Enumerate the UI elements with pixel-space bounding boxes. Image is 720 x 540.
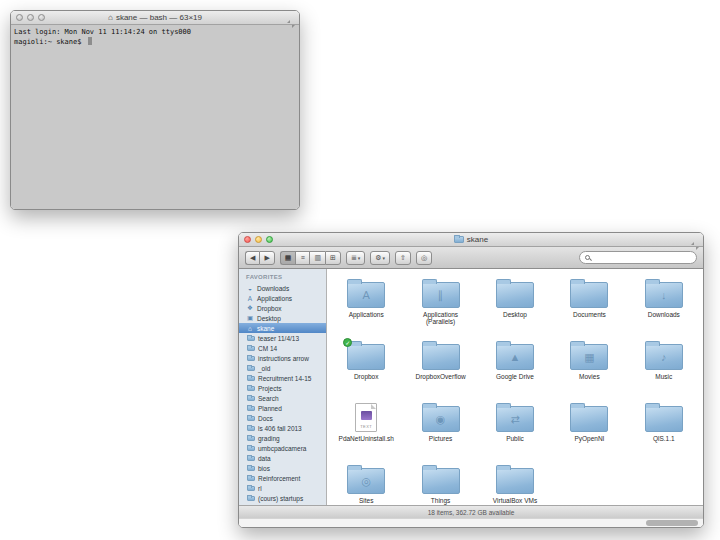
sidebar-item-umbcpadcamera[interactable]: umbcpadcamera	[239, 443, 326, 453]
sidebar-item-downloads[interactable]: ◒Downloads	[239, 283, 326, 293]
view-switcher: ▦ ≡ ▥ ⊞	[280, 251, 341, 265]
forward-button[interactable]: ▶	[259, 251, 274, 265]
folder-sites[interactable]: ◎Sites	[329, 463, 403, 505]
action-button[interactable]: ⚙ ▾	[370, 251, 390, 265]
folder-icon	[645, 406, 683, 432]
folder-icon	[247, 386, 255, 391]
close-button[interactable]	[244, 236, 251, 243]
sidebar-item-bios[interactable]: bios	[239, 463, 326, 473]
doc-type-label: TEXT	[360, 424, 372, 429]
terminal-titlebar[interactable]: ⌂ skane — bash — 63×19	[11, 11, 299, 25]
sidebar-item-reinforcement[interactable]: Reinforcement	[239, 473, 326, 483]
applications-icon: A	[246, 295, 254, 302]
folder-icon	[454, 236, 464, 243]
folder-icon	[247, 376, 255, 381]
folder-applications[interactable]: AApplications	[329, 277, 403, 339]
arrange-button[interactable]: ≣ ▾	[346, 251, 365, 265]
folder-emblem-icon: ◉	[423, 407, 459, 431]
sidebar-item-skane[interactable]: ⌂skane	[239, 323, 326, 333]
minimize-button[interactable]	[255, 236, 262, 243]
sidebar-item-applications[interactable]: AApplications	[239, 293, 326, 303]
chevron-down-icon: ▾	[358, 252, 361, 264]
sidebar-item-data[interactable]: data	[239, 453, 326, 463]
sidebar-item-label: Docs	[258, 415, 273, 422]
sidebar-item-dropbox[interactable]: ❖Dropbox	[239, 303, 326, 313]
folder-virtualbox-vms[interactable]: VirtualBox VMs	[478, 463, 552, 505]
folder-pictures[interactable]: ◉Pictures	[403, 401, 477, 463]
sidebar-item-label: data	[258, 455, 271, 462]
file-label: VirtualBox VMs	[493, 497, 537, 504]
minimize-button[interactable]	[27, 14, 34, 21]
sidebar-item-instructions-arrow[interactable]: instructions arrow	[239, 353, 326, 363]
folder-google-drive[interactable]: ▲Google Drive	[478, 339, 552, 401]
folder-dropboxoverflow[interactable]: DropboxOverflow	[403, 339, 477, 401]
sidebar-item-grading[interactable]: grading	[239, 433, 326, 443]
fullscreen-icon[interactable]	[287, 14, 295, 32]
back-button[interactable]: ◀	[245, 251, 259, 265]
sidebar-item-search[interactable]: Search	[239, 393, 326, 403]
sidebar-item-projects[interactable]: Projects	[239, 383, 326, 393]
sidebar-item-label: Recruitment 14-15	[258, 375, 311, 382]
folder-music[interactable]: ♪Music	[627, 339, 701, 401]
folder-icon	[247, 496, 255, 501]
folder-qls-1-1[interactable]: QlS.1.1	[627, 401, 701, 463]
finder-titlebar[interactable]: skane	[239, 233, 703, 247]
sidebar-item-old[interactable]: _old	[239, 363, 326, 373]
view-list-button[interactable]: ≡	[295, 251, 309, 265]
view-icons-button[interactable]: ▦	[280, 251, 296, 265]
sidebar-item-recruitment-14-15[interactable]: Recruitment 14-15	[239, 373, 326, 383]
close-button[interactable]	[16, 14, 23, 21]
folder-downloads[interactable]: ↓Downloads	[627, 277, 701, 339]
file-browser[interactable]: AApplications∥Applications (Parallels)De…	[327, 269, 703, 505]
file-pdanetuninstall-sh[interactable]: TEXTPdaNetUninstall.sh	[329, 401, 403, 463]
home-icon: ⌂	[108, 13, 113, 22]
terminal-title: ⌂ skane — bash — 63×19	[11, 11, 299, 24]
zoom-button[interactable]	[38, 14, 45, 21]
zoom-button[interactable]	[266, 236, 273, 243]
chevron-down-icon: ▾	[383, 252, 386, 264]
sidebar-item-docs[interactable]: Docs	[239, 413, 326, 423]
terminal-window: ⌂ skane — bash — 63×19 Last login: Mon N…	[10, 10, 300, 210]
folder-icon	[247, 356, 255, 361]
sidebar-item-cm-14[interactable]: CM 14	[239, 343, 326, 353]
folder-icon	[247, 336, 255, 341]
quicklook-button[interactable]: ◎	[416, 251, 432, 265]
file-label: Applications	[349, 311, 384, 318]
sidebar-item-cours-startups[interactable]: (cours) startups	[239, 493, 326, 503]
finder-title: skane	[239, 233, 703, 246]
sidebar-item-label: rl	[258, 485, 262, 492]
file-label: Sites	[359, 497, 373, 504]
sidebar-item-ls-406-fall-2013[interactable]: ls 406 fall 2013	[239, 423, 326, 433]
scrollbar-thumb[interactable]	[646, 520, 698, 526]
folder-pyopenni[interactable]: PyOpenNI	[552, 401, 626, 463]
sidebar-item-label: bios	[258, 465, 270, 472]
sidebar-item-rl[interactable]: rl	[239, 483, 326, 493]
share-button[interactable]: ⇧	[395, 251, 411, 265]
terminal-body[interactable]: Last login: Mon Nov 11 11:14:24 on ttys0…	[11, 25, 299, 209]
folder-dropbox[interactable]: ✓Dropbox	[329, 339, 403, 401]
folder-icon	[247, 396, 255, 401]
folder-things[interactable]: Things	[403, 463, 477, 505]
search-input[interactable]	[593, 254, 691, 261]
sidebar-item-planned[interactable]: Planned	[239, 403, 326, 413]
view-coverflow-button[interactable]: ⊞	[325, 251, 341, 265]
file-label: Pictures	[429, 435, 452, 442]
horizontal-scrollbar[interactable]	[239, 518, 703, 527]
folder-icon: ♪	[645, 344, 683, 370]
fullscreen-icon[interactable]	[691, 236, 699, 254]
folder-documents[interactable]: Documents	[552, 277, 626, 339]
folder-applications-parallels[interactable]: ∥Applications (Parallels)	[403, 277, 477, 339]
folder-public[interactable]: ⇄Public	[478, 401, 552, 463]
search-field[interactable]	[579, 251, 697, 264]
folder-movies[interactable]: ▦Movies	[552, 339, 626, 401]
sidebar-item-desktop[interactable]: ▣Desktop	[239, 313, 326, 323]
status-bar: 18 items, 362.72 GB available	[239, 505, 703, 518]
view-columns-button[interactable]: ▥	[309, 251, 325, 265]
folder-icon	[247, 366, 255, 371]
file-label: Dropbox	[354, 373, 379, 380]
folder-icon: ∥	[422, 282, 460, 308]
sidebar-item-teaser-11-4-13[interactable]: teaser 11/4/13	[239, 333, 326, 343]
folder-desktop[interactable]: Desktop	[478, 277, 552, 339]
file-label: DropboxOverflow	[415, 373, 465, 380]
sidebar-item-label: Dropbox	[257, 305, 282, 312]
